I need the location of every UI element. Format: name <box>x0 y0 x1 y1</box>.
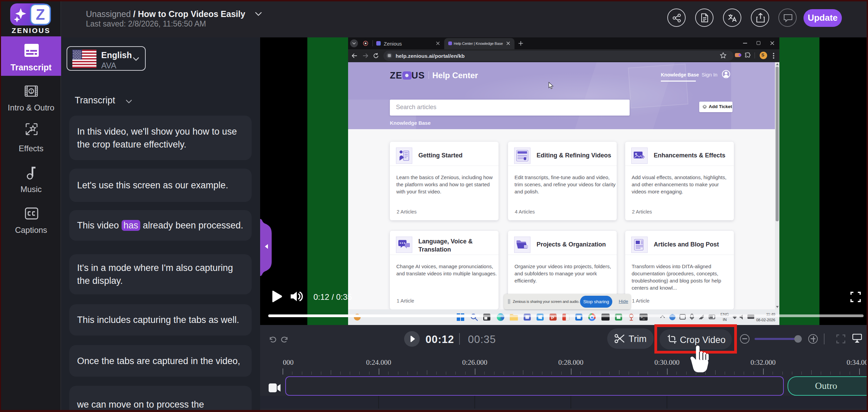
svg-text:1: 1 <box>30 89 32 94</box>
